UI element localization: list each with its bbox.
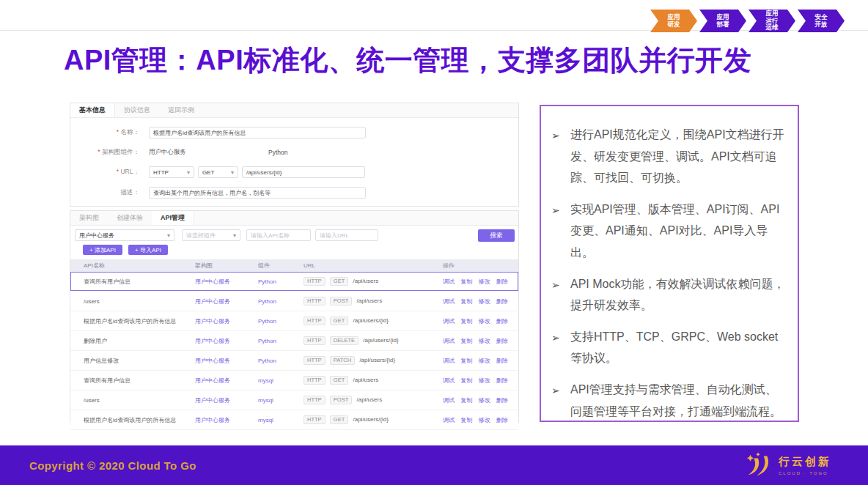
- protocol-badge: HTTP: [304, 396, 326, 404]
- edit-link[interactable]: 修改: [478, 318, 490, 325]
- method-badge: PATCH: [330, 356, 355, 365]
- tab-api-management[interactable]: API管理: [152, 211, 194, 225]
- copy-link[interactable]: 复制: [460, 397, 472, 404]
- actions-cell: 调试 复制 修改 删除: [443, 377, 518, 385]
- service-select[interactable]: 用户中心服务: [75, 229, 174, 241]
- edit-link[interactable]: 修改: [478, 358, 490, 364]
- architecture-link[interactable]: 用户中心服务: [195, 397, 230, 404]
- add-api-button[interactable]: + 添加API: [83, 245, 122, 255]
- tab-protocol-info[interactable]: 协议信息: [115, 103, 159, 117]
- architecture-link[interactable]: 用户中心服务: [195, 298, 230, 305]
- url-path-input[interactable]: [242, 166, 365, 178]
- table-header-cell: API名称: [84, 262, 195, 270]
- copy-link[interactable]: 复制: [460, 318, 472, 325]
- delete-link[interactable]: 删除: [496, 298, 508, 305]
- method-select[interactable]: GET: [198, 166, 238, 178]
- tab-basic-info[interactable]: 基本信息: [70, 103, 115, 117]
- feature-bullet-list: ➢ 进行API规范化定义，围绕API文档进行开发、研发变更管理、调试。API文档…: [551, 124, 787, 422]
- protocol-badge: HTTP: [304, 316, 326, 325]
- component-link[interactable]: mysql: [258, 377, 273, 384]
- api-detail-panel: 基本信息 协议信息 返回示例 名称： 架构图组件： 用户中心服务 Python …: [70, 103, 519, 207]
- edit-link[interactable]: 修改: [478, 417, 490, 423]
- copy-link[interactable]: 复制: [460, 377, 472, 384]
- desc-input[interactable]: [149, 187, 366, 199]
- api-name-filter-input[interactable]: [246, 229, 311, 241]
- debug-link[interactable]: 调试: [443, 358, 455, 364]
- architecture-link[interactable]: 用户中心服务: [195, 278, 230, 285]
- chevron-down-icon: [233, 232, 236, 239]
- component-link[interactable]: mysql: [258, 417, 273, 423]
- edit-link[interactable]: 修改: [478, 278, 490, 285]
- table-row[interactable]: /users 用户中心服务 mysql HTTP POST /api/users…: [70, 390, 518, 410]
- component-link[interactable]: Python: [258, 338, 276, 344]
- debug-link[interactable]: 调试: [443, 377, 455, 384]
- api-table: API名称架构图组件URL操作 查询所有用户信息 用户中心服务 Python H…: [70, 259, 518, 430]
- tab-architecture[interactable]: 架构图: [70, 211, 108, 225]
- architecture-link[interactable]: 用户中心服务: [195, 338, 230, 344]
- debug-link[interactable]: 调试: [443, 298, 455, 305]
- protocol-select[interactable]: HTTP: [149, 166, 194, 178]
- table-row[interactable]: 用户信息修改 用户中心服务 Python HTTP PATCH /api/use…: [70, 351, 518, 371]
- url-path: /api/users/{id}: [353, 317, 388, 324]
- logo-chinese-name: 行云创新: [779, 455, 831, 469]
- debug-link[interactable]: 调试: [443, 397, 455, 404]
- table-row[interactable]: 查询所有用户信息 用户中心服务 mysql HTTP GET /api/user…: [70, 371, 518, 390]
- architecture-link[interactable]: 用户中心服务: [195, 377, 230, 384]
- method-select-value: GET: [202, 169, 214, 176]
- import-api-button[interactable]: + 导入API: [128, 245, 168, 255]
- table-row[interactable]: 根据用户名id查询该用户的所有信息 用户中心服务 Python HTTP GET…: [70, 311, 518, 331]
- table-row[interactable]: /users 用户中心服务 Python HTTP POST /api/user…: [70, 292, 518, 311]
- delete-link[interactable]: 删除: [496, 397, 508, 404]
- debug-link[interactable]: 调试: [443, 278, 455, 285]
- process-breadcrumb: 应用 研发应用 部署应用 运行 运维安全 开放: [650, 10, 845, 32]
- tab-return-example[interactable]: 返回示例: [159, 103, 203, 117]
- chevron-down-icon: [187, 169, 190, 176]
- chevron-down-icon: [231, 169, 234, 176]
- debug-link[interactable]: 调试: [443, 338, 455, 344]
- arrow-bullet-icon: ➢: [551, 124, 570, 189]
- component-link[interactable]: Python: [258, 318, 276, 325]
- table-row[interactable]: 删除用户 用户中心服务 Python HTTP DELETE /api/user…: [70, 331, 518, 351]
- table-body: 查询所有用户信息 用户中心服务 Python HTTP GET /api/use…: [70, 272, 518, 430]
- api-management-panel: 架构图 创建体验 API管理 用户中心服务 请选择组件 搜索 + 添加API +…: [70, 210, 519, 423]
- edit-link[interactable]: 修改: [478, 397, 490, 404]
- copy-link[interactable]: 复制: [460, 338, 472, 344]
- actions-cell: 调试 复制 修改 删除: [443, 357, 518, 365]
- table-row[interactable]: 查询所有用户信息 用户中心服务 Python HTTP GET /api/use…: [70, 272, 518, 292]
- copy-link[interactable]: 复制: [460, 298, 472, 305]
- component-link[interactable]: Python: [258, 358, 276, 364]
- delete-link[interactable]: 删除: [496, 358, 508, 364]
- debug-link[interactable]: 调试: [443, 318, 455, 325]
- debug-link[interactable]: 调试: [443, 417, 455, 423]
- component-link[interactable]: Python: [258, 278, 276, 285]
- url-cell: HTTP POST /api/users: [304, 396, 443, 404]
- copy-link[interactable]: 复制: [460, 278, 472, 285]
- delete-link[interactable]: 删除: [496, 318, 508, 325]
- architecture-link[interactable]: 用户中心服务: [195, 318, 230, 325]
- architecture-link[interactable]: 用户中心服务: [195, 358, 230, 364]
- search-button[interactable]: 搜索: [478, 229, 515, 242]
- desc-label: 描述：: [81, 188, 139, 197]
- tab-create-experience[interactable]: 创建体验: [108, 211, 152, 225]
- component-link[interactable]: mysql: [258, 397, 273, 404]
- breadcrumb-step: 应用 部署: [699, 10, 746, 32]
- name-input[interactable]: [149, 127, 366, 138]
- table-header-cell: 操作: [443, 262, 518, 270]
- delete-link[interactable]: 删除: [496, 377, 508, 384]
- url-path: /api/users: [353, 278, 378, 284]
- form-row-name: 名称：: [81, 127, 511, 138]
- edit-link[interactable]: 修改: [478, 298, 490, 305]
- delete-link[interactable]: 删除: [496, 278, 508, 285]
- delete-link[interactable]: 删除: [496, 417, 508, 423]
- api-name-cell: 查询所有用户信息: [84, 278, 195, 286]
- edit-link[interactable]: 修改: [478, 338, 490, 344]
- edit-link[interactable]: 修改: [478, 377, 490, 384]
- delete-link[interactable]: 删除: [496, 338, 508, 344]
- component-filter-select[interactable]: 请选择组件: [182, 229, 240, 241]
- copy-link[interactable]: 复制: [460, 417, 472, 423]
- copy-link[interactable]: 复制: [460, 358, 472, 364]
- url-filter-input[interactable]: [315, 229, 378, 241]
- architecture-link[interactable]: 用户中心服务: [195, 417, 230, 423]
- component-link[interactable]: Python: [258, 298, 276, 305]
- table-row[interactable]: 根据用户名id查询该用户的所有信息 用户中心服务 mysql HTTP GET …: [70, 410, 518, 430]
